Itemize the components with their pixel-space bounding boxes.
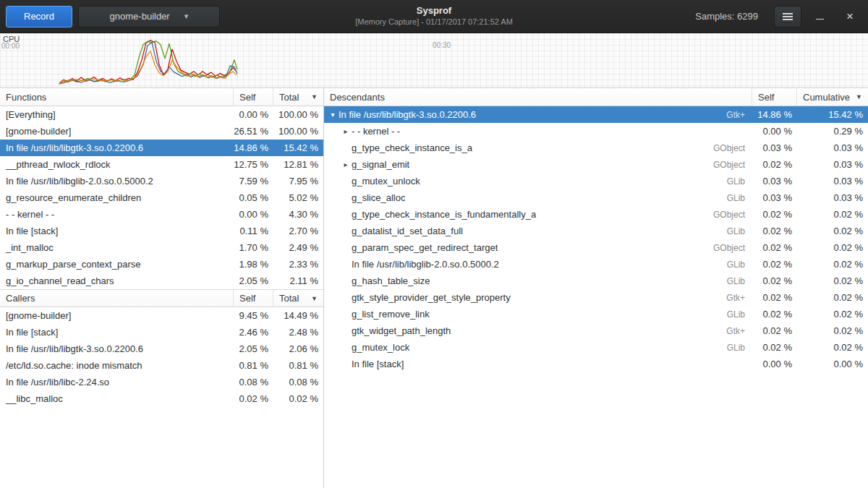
tree-row[interactable]: In file /usr/lib/libglib-2.0.so.0.5000.2… [324,256,868,273]
table-row[interactable]: In file /usr/lib/libgtk-3.so.0.2200.62.0… [0,341,323,357]
function-name: __pthread_rwlock_rdlock [0,159,234,170]
cumulative-percent: 0.03 % [797,142,868,153]
function-name: g_type_check_instance_is_fundamentally_a [352,209,536,220]
column-header-total[interactable]: Total ▼ [273,88,323,106]
self-percent: 0.03 % [752,192,797,203]
table-row[interactable]: - - kernel - -0.00 %4.30 % [0,206,323,223]
tree-row[interactable]: g_slice_allocGLib0.03 %0.03 % [324,189,868,206]
function-name: gtk_widget_path_length [352,325,451,336]
table-row[interactable]: __pthread_rwlock_rdlock12.75 %12.81 % [0,156,323,173]
column-header-total-label: Total [279,293,299,304]
function-name: _int_malloc [0,242,234,253]
function-name: __libc_malloc [0,393,234,404]
function-name: g_io_channel_read_chars [0,275,234,286]
table-row[interactable]: /etc/ld.so.cache: inode mismatch0.81 %0.… [0,357,323,374]
cpu-graph[interactable]: CPU 00:00 00:30 [0,33,868,88]
total-percent: 0.81 % [273,360,323,371]
tree-cell: g_list_remove_linkGLib [324,309,752,320]
self-percent: 2.46 % [234,327,273,338]
function-name: In file /usr/lib/libglib-2.0.so.0.5000.2 [352,259,499,270]
cumulative-percent: 0.02 % [797,325,868,336]
cumulative-percent: 0.02 % [797,242,868,253]
chevron-down-icon: ▾ [184,12,189,21]
cumulative-percent: 0.00 % [797,359,868,369]
tree-row[interactable]: ▸- - kernel - -0.00 %0.29 % [324,123,868,140]
category-label: GLib [721,176,752,187]
function-name: g_mutex_unlock [352,176,420,187]
self-percent: 0.02 % [752,309,797,320]
column-header-descendants[interactable]: Descendants [324,88,752,106]
function-name: In file /usr/lib/libgtk-3.so.0.2200.6 [339,109,476,120]
menu-button[interactable] [774,6,801,27]
table-row[interactable]: In file /usr/lib/libglib-2.0.so.0.5000.2… [0,173,323,189]
category-label: Gtk+ [720,110,752,120]
descendants-tree: ▾In file /usr/lib/libgtk-3.so.0.2200.6Gt… [324,106,868,372]
record-button[interactable]: Record [6,6,72,27]
column-header-cumulative[interactable]: Cumulative ▼ [797,88,868,106]
tree-row[interactable]: gtk_widget_path_lengthGtk+0.02 %0.02 % [324,322,868,339]
tree-row[interactable]: ▾In file /usr/lib/libgtk-3.so.0.2200.6Gt… [324,106,868,123]
table-row[interactable]: [Everything]0.00 %100.00 % [0,106,323,123]
tree-row[interactable]: ▸g_signal_emitGObject0.02 %0.03 % [324,156,868,173]
tree-row[interactable]: g_list_remove_linkGLib0.02 %0.02 % [324,306,868,322]
tree-row[interactable]: g_type_check_instance_is_aGObject0.03 %0… [324,140,868,156]
function-name: In file [stack] [352,359,404,369]
category-label: GObject [707,160,752,170]
total-percent: 14.49 % [273,310,323,321]
column-header-self[interactable]: Self [234,290,273,307]
tree-cell: In file /usr/lib/libglib-2.0.so.0.5000.2… [324,259,752,270]
self-percent: 0.02 % [752,159,797,170]
table-row[interactable]: In file /usr/lib/libc-2.24.so0.08 %0.08 … [0,374,323,390]
expander-closed-icon[interactable]: ▸ [340,127,352,135]
column-header-callers[interactable]: Callers [0,290,234,307]
total-percent: 2.48 % [273,327,323,338]
column-header-self[interactable]: Self [752,88,797,106]
category-label: GObject [707,143,752,153]
category-label: GLib [721,193,752,203]
sort-indicator-icon: ▼ [307,93,318,100]
cumulative-percent: 0.29 % [797,126,868,137]
self-percent: 0.03 % [752,176,797,187]
self-percent: 0.00 % [234,109,273,120]
minimize-button[interactable] [807,6,832,27]
column-header-self[interactable]: Self [234,88,273,106]
category-label: GLib [721,343,752,353]
tree-row[interactable]: In file [stack]0.00 %0.00 % [324,356,868,372]
tree-row[interactable]: g_param_spec_get_redirect_targetGObject0… [324,239,868,256]
self-percent: 0.00 % [752,126,797,137]
self-percent: 12.75 % [234,159,273,170]
column-header-functions[interactable]: Functions [0,88,234,106]
table-row[interactable]: [gnome-builder]26.51 %100.00 % [0,123,323,140]
header-bar: Record gnome-builder ▾ Sysprof [Memory C… [0,0,868,33]
tree-row[interactable]: g_hash_table_sizeGLib0.02 %0.02 % [324,273,868,289]
tree-row[interactable]: g_mutex_unlockGLib0.03 %0.03 % [324,173,868,189]
table-row[interactable]: In file [stack]0.11 %2.70 % [0,223,323,239]
tree-cell: g_hash_table_sizeGLib [324,275,752,286]
tree-row[interactable]: gtk_style_provider_get_style_propertyGtk… [324,289,868,306]
descendants-table-header: Descendants Self Cumulative ▼ [324,88,868,106]
self-percent: 0.02 % [752,242,797,253]
self-percent: 14.86 % [752,109,797,120]
close-button[interactable]: × [838,6,862,27]
tree-row[interactable]: g_type_check_instance_is_fundamentally_a… [324,206,868,223]
tree-cell: gtk_widget_path_lengthGtk+ [324,325,752,336]
total-percent: 0.02 % [273,393,323,404]
total-percent: 100.00 % [273,109,323,120]
process-selector-dropdown[interactable]: gnome-builder ▾ [78,6,220,27]
tree-row[interactable]: g_mutex_lockGLib0.02 %0.02 % [324,339,868,356]
column-header-total-label: Total [279,92,299,103]
table-row[interactable]: [gnome-builder]9.45 %14.49 % [0,307,323,324]
self-percent: 1.98 % [234,259,273,270]
tree-row[interactable]: g_datalist_id_set_data_fullGLib0.02 %0.0… [324,223,868,239]
expander-closed-icon[interactable]: ▸ [340,160,352,168]
table-row[interactable]: __libc_malloc0.02 %0.02 % [0,390,323,407]
function-name: g_list_remove_link [352,309,430,320]
table-row[interactable]: _int_malloc1.70 %2.49 % [0,239,323,256]
table-row[interactable]: In file /usr/lib/libgtk-3.so.0.2200.614.… [0,140,323,156]
table-row[interactable]: In file [stack]2.46 %2.48 % [0,324,323,341]
table-row[interactable]: g_markup_parse_context_parse1.98 %2.33 % [0,256,323,273]
expander-open-icon[interactable]: ▾ [327,111,339,119]
column-header-total[interactable]: Total ▼ [273,290,323,307]
table-row[interactable]: g_resource_enumerate_children0.05 %5.02 … [0,189,323,206]
table-row[interactable]: g_io_channel_read_chars2.05 %2.11 % [0,273,323,289]
